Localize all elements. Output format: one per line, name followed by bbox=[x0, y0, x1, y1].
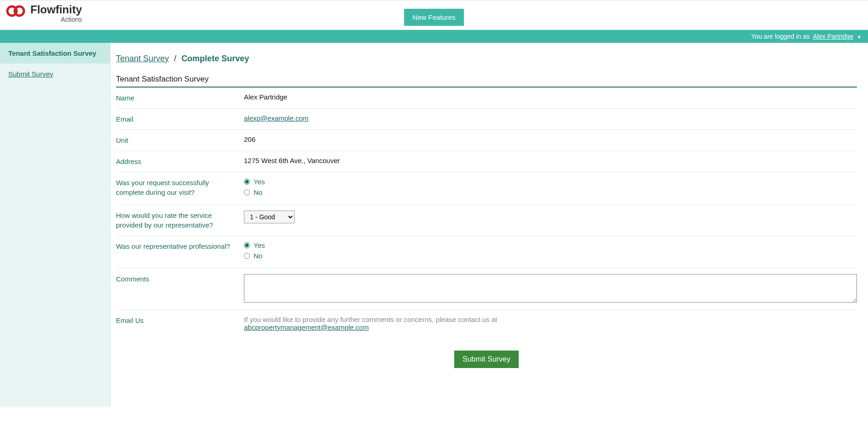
label-request-complete: Was your request successfully complete d… bbox=[116, 178, 244, 199]
value-address: 1275 West 6th Ave., Vancouver bbox=[244, 157, 857, 166]
label-comments: Comments bbox=[116, 274, 244, 304]
sidebar-item-submit-survey[interactable]: Submit Survey bbox=[0, 64, 110, 84]
row-unit: Unit 206 bbox=[116, 130, 857, 151]
radio-request-yes[interactable]: Yes bbox=[244, 178, 857, 186]
select-rating[interactable]: 1 - Good bbox=[244, 211, 295, 223]
label-name: Name bbox=[116, 93, 244, 103]
row-request-complete: Was your request successfully complete d… bbox=[116, 172, 857, 205]
radio-group-professional: Yes No bbox=[244, 241, 857, 260]
row-emailus: Email Us If you would like to provide an… bbox=[116, 310, 857, 337]
user-menu[interactable]: Alex Partridge bbox=[813, 33, 853, 40]
sidebar: Tenant Satisfaction Survey Submit Survey bbox=[0, 43, 110, 407]
sidebar-item-label[interactable]: Submit Survey bbox=[8, 70, 53, 78]
label-unit: Unit bbox=[116, 135, 244, 145]
chevron-down-icon[interactable]: ▼ bbox=[857, 35, 862, 40]
login-prefix: You are logged in as bbox=[751, 33, 810, 40]
label-address: Address bbox=[116, 157, 244, 166]
new-features-button[interactable]: New Features bbox=[404, 9, 463, 26]
label-professional: Was our representative professional? bbox=[116, 241, 244, 263]
radio-request-yes-input[interactable] bbox=[244, 179, 250, 185]
row-professional: Was our representative professional? Yes… bbox=[116, 236, 857, 269]
radio-professional-no[interactable]: No bbox=[244, 252, 857, 260]
radio-request-no-input[interactable] bbox=[244, 189, 250, 195]
label-emailus: Email Us bbox=[116, 316, 244, 331]
section-title: Tenant Satisfaction Survey bbox=[116, 75, 857, 88]
logo-brand: Flowfinity bbox=[30, 4, 82, 15]
textarea-comments[interactable] bbox=[244, 274, 857, 303]
submit-wrap: Submit Survey bbox=[116, 351, 857, 368]
submit-survey-button[interactable]: Submit Survey bbox=[454, 351, 519, 368]
value-email[interactable]: alexp@example.com bbox=[244, 114, 308, 122]
row-rating: How would you rate the service provided … bbox=[116, 205, 857, 236]
sidebar-filler bbox=[0, 84, 110, 407]
emailus-text: If you would like to provide any further… bbox=[244, 316, 497, 323]
radio-group-request-complete: Yes No bbox=[244, 178, 857, 196]
breadcrumb: Tenant Survey / Complete Survey bbox=[116, 50, 857, 64]
row-name: Name Alex Partridge bbox=[116, 88, 857, 109]
row-email: Email alexp@example.com bbox=[116, 109, 857, 130]
flowfinity-logo-icon bbox=[6, 5, 28, 17]
row-address: Address 1275 West 6th Ave., Vancouver bbox=[116, 151, 857, 172]
emailus-link[interactable]: abcpropertymanagement@example.com bbox=[244, 323, 369, 331]
radio-request-no[interactable]: No bbox=[244, 188, 857, 196]
content: Tenant Satisfaction Survey Submit Survey… bbox=[0, 43, 868, 407]
header: Flowfinity Actions New Features bbox=[0, 0, 868, 30]
logo-subtitle: Actions bbox=[61, 16, 82, 23]
breadcrumb-current: Complete Survey bbox=[181, 54, 249, 63]
breadcrumb-separator: / bbox=[174, 54, 176, 63]
radio-professional-yes-input[interactable] bbox=[244, 242, 250, 248]
label-email: Email bbox=[116, 114, 244, 124]
value-name: Alex Partridge bbox=[244, 93, 857, 103]
main: Tenant Survey / Complete Survey Tenant S… bbox=[110, 43, 868, 407]
value-unit: 206 bbox=[244, 135, 857, 145]
radio-professional-yes[interactable]: Yes bbox=[244, 241, 857, 249]
row-comments: Comments bbox=[116, 269, 857, 310]
sidebar-header: Tenant Satisfaction Survey bbox=[0, 43, 110, 64]
login-bar: You are logged in as Alex Partridge ▼ bbox=[0, 30, 868, 43]
breadcrumb-parent[interactable]: Tenant Survey bbox=[116, 54, 169, 63]
radio-professional-no-input[interactable] bbox=[244, 253, 250, 259]
label-rating: How would you rate the service provided … bbox=[116, 211, 244, 230]
